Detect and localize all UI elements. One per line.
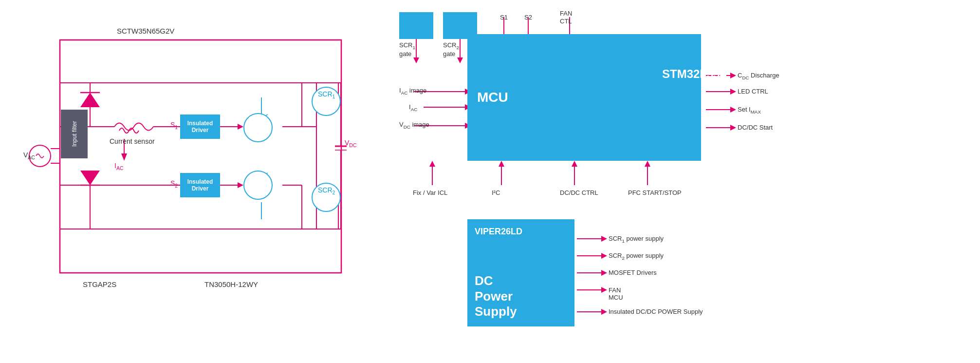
insulated-driver-bottom: Insulated Driver [180,173,220,197]
insulated-driver-top: Insulated Driver [180,115,220,139]
svg-marker-92 [572,161,577,167]
dc-main-label: DCPowerSupply [475,273,517,319]
scr1-power-label: SCR1 power supply [609,235,664,244]
svg-marker-80 [730,125,736,131]
mosfet-top [243,113,273,142]
mosfet-bottom [243,171,273,200]
top-title: SCTW35N65G2V [117,27,174,35]
fan-ctl-label: FANCTL [560,10,572,25]
svg-marker-5 [80,93,100,107]
left-circuit-diagram: Input filter VAC IAC Current sensor S1 S… [19,10,370,353]
s2-top-label: S2 [524,14,532,21]
right-diagram: SCR1gate SCR2gate S1 S2 FANCTL MCU STM32… [399,10,961,353]
viper-label: VIPER26LD [475,227,522,237]
circuit-svg [19,10,370,312]
cdc-discharge-label: CDC Discharge [738,72,779,80]
vac-label: VAC [23,151,35,160]
svg-marker-88 [429,161,435,167]
dc-power-block: VIPER26LD DCPowerSupply [467,219,574,326]
i2c-label: I²C [492,189,500,196]
dcdc-ctrl-label: DC/DC CTRL [560,189,598,196]
s2-label: S2 [170,179,178,189]
stm32-label: STM32F334 [662,67,726,81]
mcu-block: MCU STM32F334 [467,34,701,161]
s1-top-label: S1 [500,14,508,21]
svg-marker-74 [730,73,736,78]
led-ctrl-label: LED CTRL [738,88,768,95]
insulated-dcdc-label: Insulated DC/DC POWER Supply [609,308,703,315]
iac-image-label: IAC image [399,87,426,96]
bottom-left-title: STGAP2S [83,280,116,288]
iac-left-label: IAC [409,103,417,112]
mosfet-drivers-label: MOSFET Drivers [609,269,657,276]
svg-marker-41 [238,182,243,188]
svg-marker-94 [645,161,650,167]
current-sensor-label: Current sensor [110,137,155,145]
dcdc-start-label: DC/DC Start [738,124,773,131]
svg-rect-0 [60,40,341,273]
fan-mcu-label: FANMCU [609,287,623,301]
svg-marker-78 [730,107,736,113]
svg-marker-19 [121,153,127,161]
s1-label: S1 [170,121,178,130]
input-filter-box: Input filter [61,110,88,158]
vdc-label: VDC [345,139,357,148]
svg-marker-76 [730,89,736,95]
mcu-label: MCU [477,89,508,106]
set-imax-label: Set IMAX [738,106,761,115]
svg-marker-90 [499,161,504,167]
svg-marker-21 [238,124,243,130]
vdc-image-label: VDC image [399,121,429,130]
svg-marker-96 [601,236,607,242]
bottom-right-title: TN3050H-12WY [204,280,258,288]
main-container: Input filter VAC IAC Current sensor S1 S… [0,0,980,363]
svg-marker-104 [601,309,607,315]
svg-marker-98 [601,253,607,259]
pfc-start-stop-label: PFC START/STOP [628,189,682,196]
scr2-label: SCR2 [318,186,335,195]
iac-label: IAC [114,162,123,171]
scr1-gate-label: SCR1gate [399,41,415,57]
scr1-label: SCR1 [318,90,335,99]
scr2-power-label: SCR2 power supply [609,252,664,261]
svg-marker-66 [457,57,463,63]
svg-marker-102 [601,287,607,293]
scr2-gate-label: SCR2gate [443,41,459,57]
svg-marker-64 [413,57,419,63]
svg-rect-61 [399,12,433,39]
fix-var-icl-label: Fix / Var ICL [413,189,447,196]
svg-marker-100 [601,270,607,276]
